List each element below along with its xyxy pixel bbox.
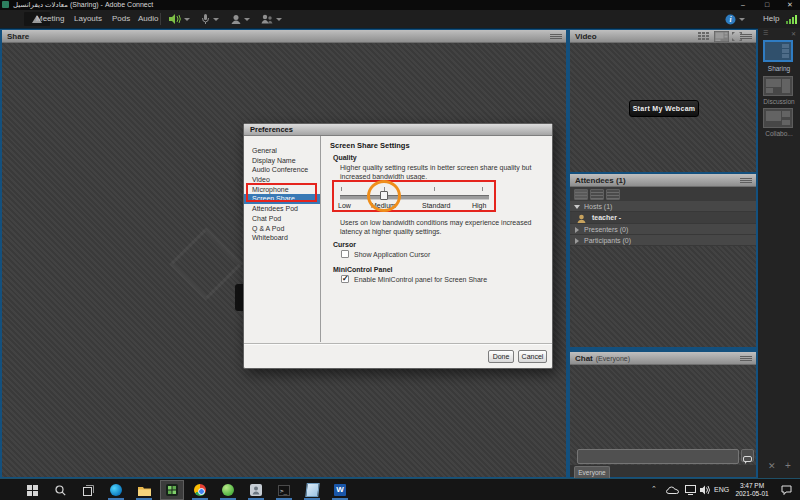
thumb-block — [782, 111, 790, 117]
attendees-pod-menu-icon[interactable] — [740, 177, 752, 185]
send-chat-button[interactable] — [741, 449, 754, 462]
menu-layouts[interactable]: Layouts — [74, 10, 102, 28]
taskbar-adobe-connect-active[interactable] — [160, 480, 184, 500]
settings-heading: Screen Share Settings — [330, 141, 410, 150]
minimize-button[interactable]: – — [736, 0, 750, 10]
onedrive-cloud-icon[interactable] — [666, 486, 679, 494]
notification-center-icon[interactable] — [781, 485, 792, 495]
filmstrip-view-icon[interactable] — [714, 31, 729, 42]
hosts-group-label: Hosts (1) — [584, 203, 612, 210]
enable-minicontrol-checkbox[interactable] — [341, 275, 349, 283]
done-button[interactable]: Done — [488, 350, 514, 363]
slider-label-standard: Standard — [422, 202, 450, 209]
quality-description: Higher quality setting results in better… — [340, 163, 548, 181]
nav-general[interactable]: General — [244, 146, 320, 156]
layout-label-collaboration[interactable]: Collabo... — [758, 130, 800, 137]
taskbar-app-blue-book[interactable] — [300, 480, 324, 500]
attendees-view-breakout-icon[interactable] — [606, 189, 620, 200]
status-dropdown-caret[interactable] — [276, 18, 282, 21]
menu-pods[interactable]: Pods — [112, 10, 130, 28]
network-icon[interactable] — [685, 485, 696, 495]
webcam-button[interactable] — [228, 12, 253, 26]
tray-clock[interactable]: 3:47 PM 2021-05-01 — [730, 482, 774, 498]
taskbar-word[interactable]: W — [328, 480, 352, 500]
taskbar-app-green[interactable] — [216, 480, 240, 500]
layout-label-sharing[interactable]: Sharing — [758, 65, 800, 72]
video-pod-menu-icon[interactable] — [740, 33, 752, 41]
nav-qa-pod[interactable]: Q & A Pod — [244, 224, 320, 234]
add-layout-icon[interactable]: + — [785, 460, 791, 471]
layout-label-discussion[interactable]: Discussion — [758, 98, 800, 105]
tray-chevron-icon[interactable]: ⌃ — [651, 485, 660, 494]
nav-display-name[interactable]: Display Name — [244, 156, 320, 166]
preferences-dialog-title[interactable]: Preferences — [244, 124, 552, 136]
title-bar: معادلات ديفرانسيل (Sharing) - Adobe Conn… — [0, 0, 800, 10]
volume-icon[interactable] — [700, 485, 711, 495]
webcam-dropdown-caret[interactable] — [244, 18, 250, 21]
speaker-button[interactable] — [166, 12, 193, 26]
footer-divider — [244, 343, 552, 345]
cancel-button[interactable]: Cancel — [518, 350, 547, 363]
sidebar-menu-icon[interactable]: ☰ — [763, 30, 771, 37]
menu-meeting[interactable]: Meeting — [36, 10, 64, 28]
quality-slider-track[interactable] — [340, 195, 489, 200]
start-button[interactable] — [20, 480, 44, 500]
maximize-button[interactable]: □ — [760, 0, 774, 10]
attendee-row-host[interactable]: teacher - — [570, 212, 756, 224]
thumb-block — [782, 79, 790, 93]
attendees-view-status-icon[interactable] — [590, 189, 604, 200]
taskbar-chrome[interactable] — [188, 480, 212, 500]
chat-tab-everyone[interactable]: Everyone — [574, 466, 610, 478]
chrome-icon — [194, 484, 206, 496]
info-dropdown-caret[interactable] — [739, 18, 745, 21]
taskbar-terminal[interactable]: >_ — [272, 480, 296, 500]
video-pod-header: Video — [570, 30, 756, 43]
attendees-toolbar — [570, 187, 756, 202]
attendees-group-participants[interactable]: Participants (0) — [570, 235, 756, 246]
chat-tab-bar: Everyone — [570, 465, 756, 477]
attendees-group-hosts[interactable]: Hosts (1) — [570, 201, 756, 212]
close-button[interactable]: ✕ — [783, 0, 797, 10]
chevron-right-icon — [575, 238, 579, 244]
layout-thumb-collaboration[interactable] — [763, 108, 793, 128]
speaker-dropdown-caret[interactable] — [184, 18, 190, 21]
attendees-pod: Attendees (1) Hosts (1) teacher - P — [570, 174, 756, 347]
sidebar-close-icon[interactable]: ✕ — [791, 30, 796, 37]
show-application-cursor-checkbox[interactable] — [341, 250, 349, 258]
microphone-icon — [201, 14, 210, 25]
chat-pod-menu-icon[interactable] — [740, 355, 752, 363]
layout-thumb-discussion[interactable] — [763, 76, 793, 96]
slider-label-low: Low — [338, 202, 351, 209]
task-view-button[interactable] — [76, 480, 100, 500]
layout-thumb-sharing[interactable] — [763, 40, 793, 62]
nav-attendees-pod[interactable]: Attendees Pod — [244, 204, 320, 214]
connection-info-button[interactable]: i — [722, 12, 748, 26]
windows-taskbar: >_ W ⌃ ENG 3:47 PM 2021-05-01 — [0, 478, 800, 500]
adobe-connect-icon — [166, 484, 178, 496]
attendees-view-list-icon[interactable] — [574, 189, 588, 200]
menu-audio[interactable]: Audio — [138, 10, 158, 28]
taskbar-edge[interactable] — [104, 480, 128, 500]
info-icon: i — [725, 14, 736, 25]
show-application-cursor-label[interactable]: Show Application Cursor — [354, 250, 430, 259]
status-button[interactable] — [258, 12, 285, 26]
share-pod-menu-icon[interactable] — [550, 33, 562, 41]
tray-date: 2021-05-01 — [730, 490, 774, 498]
minicontrol-label: MiniControl Panel — [333, 266, 393, 273]
start-my-webcam-button[interactable]: Start My Webcam — [629, 100, 699, 117]
nav-whiteboard[interactable]: Whiteboard — [244, 233, 320, 243]
tray-language[interactable]: ENG — [714, 479, 729, 500]
chat-message-input[interactable] — [577, 449, 739, 464]
enable-minicontrol-label[interactable]: Enable MiniControl panel for Screen Shar… — [354, 275, 487, 284]
attendees-group-presenters[interactable]: Presenters (0) — [570, 224, 756, 235]
nav-audio-conference[interactable]: Audio Conference — [244, 165, 320, 175]
help-menu[interactable]: Help — [763, 10, 779, 28]
exit-layout-icon[interactable]: ✕ — [768, 461, 776, 471]
taskbar-file-explorer[interactable] — [132, 480, 156, 500]
grid-view-icon[interactable] — [698, 32, 711, 41]
microphone-dropdown-caret[interactable] — [213, 18, 219, 21]
nav-chat-pod[interactable]: Chat Pod — [244, 214, 320, 224]
microphone-button[interactable] — [198, 12, 222, 26]
taskbar-app-gray[interactable] — [244, 480, 268, 500]
search-button[interactable] — [48, 480, 72, 500]
